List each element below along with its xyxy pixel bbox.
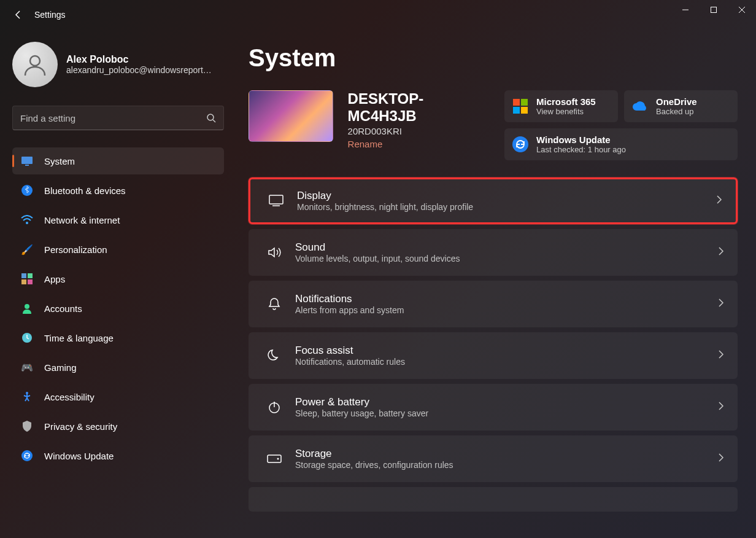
sidebar-item-label: Privacy & security xyxy=(44,421,117,432)
svg-rect-14 xyxy=(28,279,33,284)
setting-next-partial[interactable] xyxy=(249,487,738,512)
chevron-right-icon xyxy=(718,453,724,465)
shield-icon xyxy=(21,420,33,432)
card-microsoft365[interactable]: Microsoft 365 View benefits xyxy=(504,90,618,122)
card-windows-update[interactable]: Windows Update Last checked: 1 hour ago xyxy=(504,128,738,160)
chevron-right-icon xyxy=(716,195,722,207)
person-icon xyxy=(21,51,48,78)
setting-power[interactable]: Power & battery Sleep, battery usage, ba… xyxy=(249,384,738,431)
setting-title: Focus assist xyxy=(295,345,718,357)
arrow-left-icon xyxy=(14,10,23,20)
window-title: Settings xyxy=(34,10,66,20)
game-icon: 🎮 xyxy=(21,361,33,373)
sidebar-item-gaming[interactable]: 🎮 Gaming xyxy=(12,354,224,381)
setting-title: Display xyxy=(297,190,716,202)
setting-storage[interactable]: Storage Storage space, drives, configura… xyxy=(249,435,738,482)
card-onedrive[interactable]: OneDrive Backed up xyxy=(624,90,738,122)
chevron-right-icon xyxy=(718,349,724,362)
sidebar-item-accessibility[interactable]: Accessibility xyxy=(12,383,224,410)
header-row: DESKTOP-MC4H3JB 20RD003KRI Rename Micros… xyxy=(249,90,738,160)
chevron-right-icon xyxy=(718,246,724,259)
profile-name: Alex Poloboc xyxy=(66,54,212,65)
sidebar-item-system[interactable]: System xyxy=(12,147,224,174)
sidebar-item-label: Bluetooth & devices xyxy=(44,185,126,196)
person-icon xyxy=(21,302,33,314)
card-title: Windows Update xyxy=(536,134,626,145)
monitor-icon xyxy=(21,155,33,167)
sidebar-nav: System Bluetooth & devices Network & int… xyxy=(12,147,224,469)
sidebar-item-label: Gaming xyxy=(44,362,77,373)
close-icon xyxy=(738,6,746,14)
bell-icon xyxy=(262,297,287,311)
svg-rect-7 xyxy=(21,157,33,164)
svg-rect-8 xyxy=(25,165,29,166)
svg-rect-13 xyxy=(21,279,26,284)
setting-desc: Monitors, brightness, night light, displ… xyxy=(297,202,716,212)
svg-point-17 xyxy=(26,392,28,394)
svg-rect-11 xyxy=(21,273,26,278)
sidebar-item-update[interactable]: Windows Update xyxy=(12,442,224,469)
svg-point-18 xyxy=(21,450,33,461)
svg-rect-20 xyxy=(269,195,283,204)
sidebar-item-label: Network & internet xyxy=(44,215,120,225)
minimize-button[interactable] xyxy=(671,0,700,20)
svg-point-25 xyxy=(277,458,279,460)
search-box[interactable] xyxy=(12,106,224,130)
sidebar-item-apps[interactable]: Apps xyxy=(12,265,224,292)
device-name: DESKTOP-MC4H3JB xyxy=(348,90,490,125)
svg-line-6 xyxy=(213,120,215,122)
setting-sound[interactable]: Sound Volume levels, output, input, soun… xyxy=(249,229,738,276)
status-cards: Microsoft 365 View benefits OneDrive Bac… xyxy=(504,90,738,160)
setting-notifications[interactable]: Notifications Alerts from apps and syste… xyxy=(249,281,738,327)
titlebar: Settings xyxy=(0,0,756,29)
sidebar-item-personalization[interactable]: 🖌️ Personalization xyxy=(12,236,224,263)
rename-link[interactable]: Rename xyxy=(348,139,490,149)
clock-icon xyxy=(21,332,33,344)
bluetooth-icon xyxy=(21,184,33,197)
display-icon xyxy=(264,195,288,207)
sidebar: Alex Poloboc alexandru_poloboc@windowsre… xyxy=(0,29,236,538)
sidebar-item-accounts[interactable]: Accounts xyxy=(12,295,224,322)
sidebar-item-label: System xyxy=(44,156,75,166)
svg-point-4 xyxy=(30,56,40,66)
sidebar-item-privacy[interactable]: Privacy & security xyxy=(12,413,224,440)
card-sub: Last checked: 1 hour ago xyxy=(536,145,626,154)
sidebar-item-label: Accessibility xyxy=(44,392,94,402)
svg-rect-12 xyxy=(28,273,33,278)
svg-point-10 xyxy=(26,222,28,224)
setting-title: Notifications xyxy=(295,293,718,305)
storage-icon xyxy=(262,454,287,463)
profile[interactable]: Alex Poloboc alexandru_poloboc@windowsre… xyxy=(12,42,224,87)
back-button[interactable] xyxy=(12,9,25,21)
setting-title: Power & battery xyxy=(295,396,718,408)
refresh-icon xyxy=(512,136,529,153)
setting-title: Sound xyxy=(295,241,718,254)
page-title: System xyxy=(249,44,738,72)
power-icon xyxy=(262,400,287,414)
apps-icon xyxy=(21,273,33,285)
sidebar-item-label: Apps xyxy=(44,274,65,284)
setting-focus-assist[interactable]: Focus assist Notifications, automatic ru… xyxy=(249,332,738,379)
close-button[interactable] xyxy=(728,0,756,20)
card-title: Microsoft 365 xyxy=(536,96,596,107)
svg-rect-24 xyxy=(268,455,281,462)
card-sub: Backed up xyxy=(656,107,697,116)
sidebar-item-bluetooth[interactable]: Bluetooth & devices xyxy=(12,177,224,204)
maximize-button[interactable] xyxy=(700,0,728,20)
sound-icon xyxy=(262,246,287,259)
setting-display[interactable]: Display Monitors, brightness, night ligh… xyxy=(249,177,738,224)
sidebar-item-label: Personalization xyxy=(44,244,107,255)
setting-desc: Volume levels, output, input, sound devi… xyxy=(295,254,718,263)
setting-title: Storage xyxy=(295,448,718,460)
main-content: System DESKTOP-MC4H3JB 20RD003KRI Rename… xyxy=(236,29,756,538)
sidebar-item-time[interactable]: Time & language xyxy=(12,324,224,351)
sidebar-item-label: Accounts xyxy=(44,303,82,314)
accessibility-icon xyxy=(21,391,33,403)
card-title: OneDrive xyxy=(656,96,697,107)
search-input[interactable] xyxy=(20,113,206,123)
brush-icon: 🖌️ xyxy=(21,243,33,255)
wifi-icon xyxy=(21,214,33,226)
sidebar-item-network[interactable]: Network & internet xyxy=(12,206,224,233)
sidebar-item-label: Time & language xyxy=(44,333,114,343)
card-sub: View benefits xyxy=(536,107,596,116)
